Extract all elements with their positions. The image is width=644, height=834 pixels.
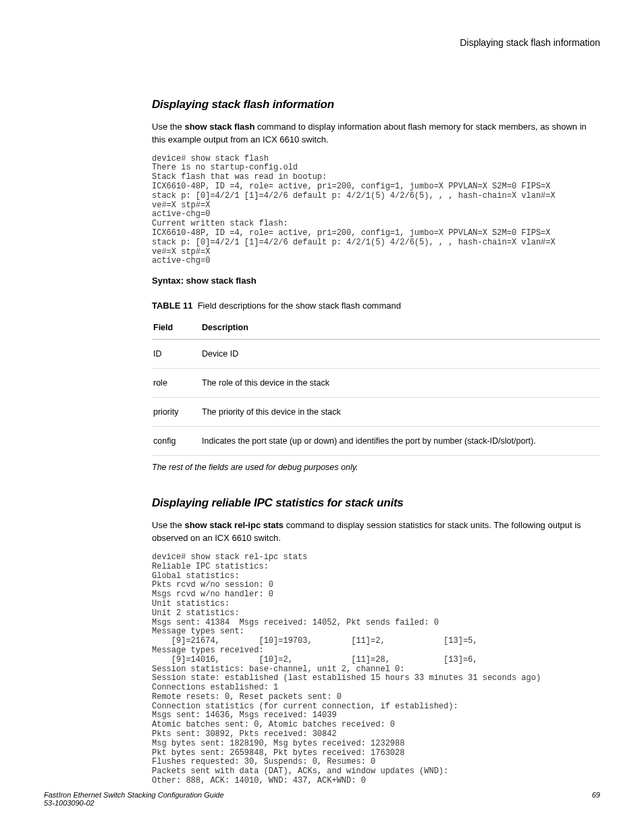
- table-row: config Indicates the port state (up or d…: [152, 427, 600, 456]
- table-label: TABLE 11: [152, 301, 192, 311]
- cell-field: config: [152, 427, 200, 456]
- cell-desc: The priority of this device in the stack: [200, 398, 600, 427]
- field-table: Field Description ID Device ID role The …: [152, 316, 600, 456]
- command-name: show stack rel-ipc stats: [184, 520, 284, 530]
- table-row: priority The priority of this device in …: [152, 398, 600, 427]
- cli-output-ipc: device# show stack rel-ipc stats Reliabl…: [152, 553, 600, 786]
- cli-output-flash: device# show stack flash There is no sta…: [152, 155, 600, 267]
- cell-desc: Device ID: [200, 340, 600, 369]
- section-heading-flash: Displaying stack flash information: [152, 98, 600, 111]
- table-row: role The role of this device in the stac…: [152, 369, 600, 398]
- section2-paragraph: Use the show stack rel-ipc stats command…: [152, 519, 600, 545]
- text: Use the: [152, 122, 184, 132]
- cell-desc: The role of this device in the stack: [200, 369, 600, 398]
- cell-desc: Indicates the port state (up or down) an…: [200, 427, 600, 456]
- section1-paragraph: Use the show stack flash command to disp…: [152, 121, 600, 147]
- page-number: 69: [592, 791, 600, 799]
- footer-doc-title: FastIron Ethernet Switch Stacking Config…: [44, 791, 224, 799]
- cell-field: role: [152, 369, 200, 398]
- page-footer: FastIron Ethernet Switch Stacking Config…: [44, 791, 600, 807]
- footer-doc-number: 53-1003090-02: [44, 799, 224, 807]
- col-header-field: Field: [152, 316, 200, 340]
- section-heading-ipc: Displaying reliable IPC statistics for s…: [152, 496, 600, 510]
- command-name: show stack flash: [184, 122, 254, 132]
- syntax-line: Syntax: show stack flash: [152, 276, 600, 286]
- cell-field: ID: [152, 340, 200, 369]
- table-row: ID Device ID: [152, 340, 600, 369]
- table-caption: TABLE 11 Field descriptions for the show…: [152, 301, 600, 311]
- cell-field: priority: [152, 398, 200, 427]
- col-header-desc: Description: [200, 316, 600, 340]
- table-title: Field descriptions for the show stack fl…: [198, 301, 401, 311]
- table-footnote: The rest of the fields are used for debu…: [152, 463, 600, 472]
- running-header: Displaying stack flash information: [460, 37, 600, 48]
- text: Use the: [152, 520, 184, 530]
